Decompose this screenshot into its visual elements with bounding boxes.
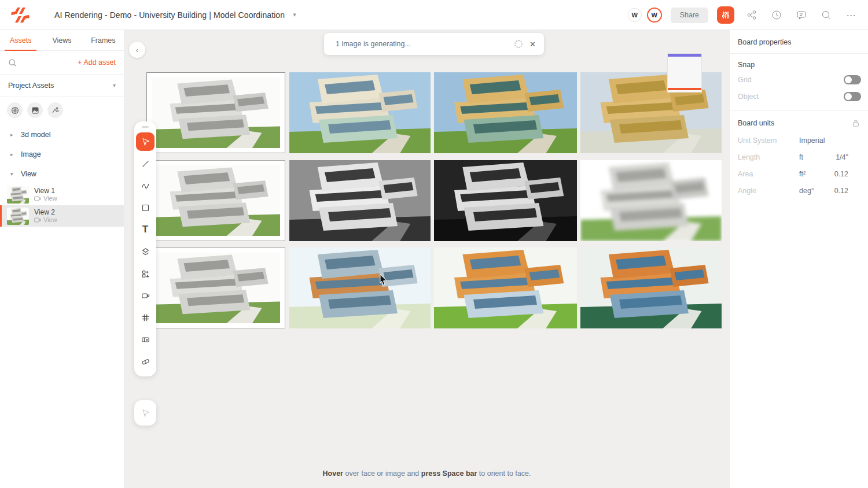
render-tile[interactable] <box>146 160 285 241</box>
tool-grid[interactable] <box>136 308 155 327</box>
lock-icon[interactable] <box>852 119 860 127</box>
camera-icon <box>34 196 41 201</box>
chevron-down-icon: ▾ <box>113 82 116 88</box>
hint-bold-2: press Space bar <box>421 469 477 478</box>
view-thumbnail <box>7 186 29 204</box>
render-tile[interactable] <box>434 160 577 241</box>
clock-icon <box>771 10 782 20</box>
tree-node-view[interactable]: ▾ View <box>0 164 124 184</box>
render-tile[interactable] <box>289 247 431 328</box>
layers-icon <box>141 247 150 257</box>
tree-node-3d-model[interactable]: ▸ 3d model <box>0 125 124 145</box>
tool-line[interactable] <box>136 154 155 173</box>
text-icon: T <box>142 224 148 235</box>
eraser-icon <box>141 357 150 367</box>
tree-node-label: 3d model <box>21 131 50 139</box>
tool-frame[interactable] <box>136 330 155 349</box>
tool-rectangle[interactable] <box>136 198 155 217</box>
cursor-icon <box>141 137 150 147</box>
view-type-label: View <box>43 195 57 202</box>
tool-draw[interactable] <box>136 176 155 195</box>
more-menu-button[interactable]: ⋯ <box>841 5 861 25</box>
tool-eraser[interactable] <box>136 352 155 371</box>
hint-text-2: to orient to face. <box>477 469 531 478</box>
filter-image-button[interactable] <box>27 102 43 118</box>
snap-grid-toggle[interactable] <box>844 75 861 84</box>
sidebar-tabs: Assets Views Frames <box>0 30 124 51</box>
collaborator-avatar[interactable]: W <box>628 8 642 22</box>
view-item-1[interactable]: View 1 View <box>0 184 124 205</box>
render-settings-button[interactable] <box>717 6 734 24</box>
unit-row-unit[interactable]: ft² <box>799 170 806 178</box>
tool-shapes[interactable] <box>136 264 155 283</box>
snap-grid-label: Grid <box>738 76 799 84</box>
snap-object-toggle[interactable] <box>844 92 861 101</box>
document-title[interactable]: AI Rendering - Demo - University Buildin… <box>54 10 285 20</box>
line-icon <box>141 159 150 169</box>
render-tile[interactable] <box>289 160 431 241</box>
filter-view-button[interactable] <box>47 102 63 118</box>
tree-node-label: Image <box>21 150 41 158</box>
unit-row-value[interactable]: 0.12 <box>834 187 861 195</box>
tab-frames[interactable]: Frames <box>83 30 124 50</box>
view-title: View 1 <box>34 187 57 195</box>
title-chevron-down-icon[interactable]: ▾ <box>293 11 296 19</box>
frame-preview[interactable] <box>667 53 702 93</box>
view-type-label: View <box>43 216 57 224</box>
drawing-toolbar: T <box>134 121 156 376</box>
render-tile[interactable] <box>434 247 577 328</box>
topbar: AI Rendering - Demo - University Buildin… <box>0 0 868 30</box>
tab-assets[interactable]: Assets <box>0 30 41 50</box>
board-canvas[interactable]: ‹ 1 image is generating... ✕ <box>124 30 729 488</box>
current-user-avatar[interactable]: W <box>647 8 662 23</box>
render-tile[interactable] <box>580 160 722 241</box>
image-icon <box>31 106 39 114</box>
tool-laser-pointer[interactable] <box>134 400 156 426</box>
render-tile[interactable] <box>146 247 285 328</box>
tool-select[interactable] <box>136 132 155 151</box>
tool-camera[interactable] <box>136 286 155 305</box>
render-tile[interactable] <box>580 247 722 328</box>
snap-object-label: Object <box>738 93 799 101</box>
back-button[interactable]: ‹ <box>129 42 145 58</box>
add-asset-button[interactable]: + Add asset <box>78 58 116 66</box>
search-button[interactable] <box>816 5 836 25</box>
share-network-button[interactable] <box>742 5 762 25</box>
board-properties-panel: Board properties Snap Grid Object Board … <box>729 30 868 488</box>
sphere-icon <box>11 106 19 114</box>
panel-title: Board properties <box>730 30 868 53</box>
unit-row-unit[interactable]: deg° <box>799 187 814 195</box>
share-button[interactable]: Share <box>671 8 708 23</box>
grid-hash-icon <box>141 313 150 323</box>
camera-icon <box>141 291 150 301</box>
tree-node-image[interactable]: ▸ Image <box>0 145 124 164</box>
tab-views[interactable]: Views <box>41 30 82 50</box>
chevron-right-icon: ▸ <box>10 151 21 157</box>
comments-button[interactable] <box>792 5 811 25</box>
filter-3d-button[interactable] <box>7 102 23 118</box>
app-root: AI Rendering - Demo - University Buildin… <box>0 0 868 488</box>
sliders-icon <box>721 10 730 20</box>
frame-preview-purple-bar <box>668 54 701 57</box>
generation-toast: 1 image is generating... ✕ <box>324 33 544 55</box>
tool-layers[interactable] <box>136 242 155 261</box>
canvas-hint: Hover over face or image and press Space… <box>124 469 729 478</box>
project-assets-header[interactable]: Project Assets ▾ <box>0 75 124 97</box>
toolbar-drag-handle[interactable] <box>142 126 149 128</box>
render-tile[interactable] <box>289 72 431 153</box>
unit-row-unit[interactable]: ft <box>799 153 803 161</box>
close-icon[interactable]: ✕ <box>529 40 536 49</box>
history-button[interactable] <box>767 5 786 25</box>
render-tile[interactable] <box>146 72 285 153</box>
mouse-cursor <box>379 274 388 286</box>
unit-row-value[interactable]: 0.12 <box>834 170 861 178</box>
tool-text[interactable]: T <box>136 220 155 239</box>
unit-row-unit[interactable]: Imperial <box>799 136 825 145</box>
search-icon[interactable] <box>8 58 17 67</box>
view-item-2[interactable]: View 2 View <box>0 205 124 227</box>
render-tile[interactable] <box>434 72 577 153</box>
tree-node-label: View <box>21 170 36 178</box>
hint-bold-1: Hover <box>323 469 343 478</box>
app-logo-icon[interactable] <box>10 6 30 24</box>
unit-row-value[interactable]: 1/4" <box>836 153 861 161</box>
